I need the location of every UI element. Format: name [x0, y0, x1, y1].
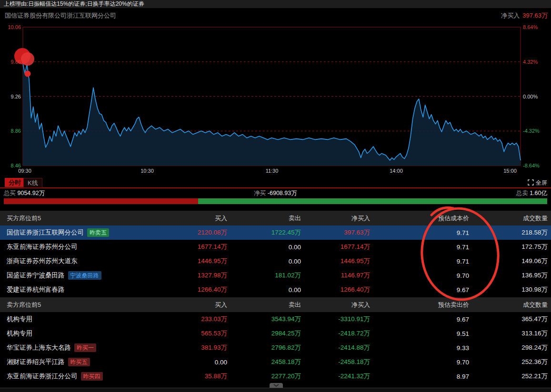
axis-tick-label: 11:30	[266, 168, 279, 174]
axis-tick-label: 0.00%	[523, 94, 538, 99]
net-buy-label: 净买入	[501, 12, 520, 19]
est-value: 9.71	[370, 258, 469, 265]
net-flow: 净买 -6908.93万	[254, 190, 297, 197]
table-row[interactable]: 机构专用565.53万2984.25万-2418.72万9.51313.16万	[0, 326, 551, 341]
seat-name: 湘财证券绍兴平江路	[7, 358, 65, 366]
sell-value: 2984.25万	[227, 329, 301, 338]
axis-tick-label: 09:30	[18, 168, 31, 174]
seat-name: 机构专用	[7, 315, 32, 323]
table-title: 买方席位前5	[0, 214, 164, 223]
buy-value: 381.93万	[164, 343, 227, 352]
est-value: 8.97	[370, 373, 469, 380]
sell-value: 0.00	[227, 244, 301, 251]
axis-tick-label: 14:00	[390, 168, 403, 174]
est-value: 9.71	[370, 229, 469, 236]
buy-value: 1446.95万	[164, 257, 227, 265]
table-row[interactable]: 爱建证券杭州富春路1266.40万0.001266.40万9.67130.98万	[0, 283, 551, 297]
listing-reason-bar: 上榜理由:日振幅值达15%的证券;日换手率达20%的证券	[0, 0, 551, 8]
total-buy: 总买 9054.92万	[4, 190, 45, 197]
annotation-dot-small	[25, 71, 31, 77]
vol-value: 149.06万	[469, 257, 551, 265]
axis-tick-label: 15:00	[503, 168, 517, 174]
axis-tick-label: 9.66	[11, 59, 21, 65]
sell-value: 0.00	[227, 286, 301, 294]
seat-badge: 昨买五	[68, 358, 90, 366]
seat-name: 机构专用	[7, 329, 32, 338]
net-value: 1146.97万	[301, 271, 370, 280]
table-row[interactable]: 国盛证券宁波桑田路宁波桑田路1327.98万181.02万1146.97万9.7…	[0, 268, 551, 283]
table-row[interactable]: 国信证券浙江互联网分公司昨卖五2120.08万1722.45万397.63万9.…	[0, 225, 551, 240]
axis-tick-label: 9.26	[11, 94, 21, 99]
table-row[interactable]: 东亚前海证券苏州分公司1677.14万0.001677.14万9.71172.7…	[0, 240, 551, 254]
vol-value: 313.16万	[469, 329, 551, 338]
seller-seats-table: 卖方席位前5买入卖出净买入预估卖出价成交数量机构专用233.03万3543.94…	[0, 297, 551, 383]
table-row[interactable]: 华宝证券上海东大名路昨买一381.93万2796.82万-2414.88万9.3…	[0, 341, 551, 355]
table-row[interactable]: 湘财证券绍兴平江路昨买五0.002458.18万-2458.18万9.70252…	[0, 355, 551, 369]
est-value: 9.70	[370, 272, 469, 279]
column-header: 成交数量	[469, 301, 551, 309]
net-value: -3310.91万	[301, 315, 370, 323]
vol-value: 252.36万	[469, 358, 551, 366]
est-value: 9.33	[370, 344, 469, 352]
vol-value: 172.75万	[469, 243, 551, 251]
intraday-chart: 10.069.669.268.868.46 8.64%4.32%0.00%-4.…	[0, 23, 551, 177]
fullscreen-button[interactable]: 全屏	[528, 178, 547, 187]
seat-name: 浙商证券苏州苏州大道东	[7, 257, 78, 265]
est-value: 9.71	[370, 244, 469, 251]
total-sell: 总卖 1.60亿	[516, 190, 547, 197]
vol-value: 298.24万	[469, 343, 551, 352]
sell-value: 0.00	[227, 258, 301, 265]
column-header: 买入	[164, 214, 227, 223]
bottom-strip	[0, 388, 551, 392]
table-row[interactable]: 浙商证券苏州苏州大道东1446.95万0.001446.95万9.71149.0…	[0, 254, 551, 268]
column-header: 预估成本价	[370, 214, 469, 223]
sell-value: 2277.20万	[227, 372, 301, 381]
column-header: 卖出	[227, 301, 301, 309]
seat-name: 华宝证券上海东大名路	[7, 343, 71, 352]
net-value: -2458.18万	[301, 358, 370, 366]
intraday-chart-canvas	[0, 23, 551, 177]
seat-badge: 昨买一	[74, 343, 96, 352]
tab-fenshi[interactable]: 分时	[5, 178, 25, 187]
table-header: 卖方席位前5买入卖出净买入预估卖出价成交数量	[0, 297, 551, 312]
buy-value: 2120.08万	[164, 228, 227, 237]
chart-tabs-row: 分时 K线 全屏	[0, 177, 551, 188]
net-buy-summary: 净买入397.63万	[501, 8, 548, 23]
net-value: 397.63万	[301, 228, 370, 237]
column-header: 预估卖出价	[370, 301, 469, 309]
column-header: 净买入	[301, 301, 370, 309]
est-value: 9.67	[370, 316, 469, 323]
table-title: 卖方席位前5	[0, 301, 164, 309]
title-bar: 国信证券股份有限公司浙江互联网分公司 净买入397.63万	[0, 8, 551, 23]
seat-name: 东亚前海证券苏州分公司	[7, 243, 78, 251]
fullscreen-icon	[528, 179, 534, 186]
est-value: 9.67	[370, 286, 469, 294]
axis-tick-label: 4.32%	[523, 59, 538, 65]
table-row[interactable]: 东亚前海证券浙江分公司昨买四35.88万2277.20万-2241.32万8.9…	[0, 369, 551, 383]
buy-value: 1266.40万	[164, 285, 227, 294]
sell-value: 2796.82万	[227, 343, 301, 352]
vol-value: 218.58万	[469, 228, 551, 237]
seat-badge: 昨卖五	[87, 228, 109, 237]
net-buy-value: 397.63万	[522, 12, 548, 19]
seat-badge: 宁波桑田路	[68, 271, 101, 280]
axis-tick-label: 8.64%	[523, 24, 538, 30]
buy-ratio-segment	[4, 198, 198, 204]
vol-value: 365.47万	[469, 315, 551, 323]
collapse-handle[interactable]	[270, 383, 283, 388]
net-value: -2241.32万	[301, 372, 370, 381]
buy-sell-ratio-bar	[4, 198, 547, 204]
column-header: 卖出	[227, 214, 301, 223]
column-header: 买入	[164, 301, 227, 309]
table-row[interactable]: 机构专用233.03万3543.94万-3310.91万9.67365.47万	[0, 312, 551, 326]
table-header: 买方席位前5买入卖出净买入预估成本价成交数量	[0, 211, 551, 225]
net-value: 1677.14万	[301, 243, 370, 251]
seat-name: 国信证券浙江互联网分公司	[7, 228, 84, 237]
buy-value: 233.03万	[164, 315, 227, 323]
tab-kline[interactable]: K线	[23, 178, 42, 188]
sell-ratio-segment	[198, 198, 547, 204]
axis-tick-label: -4.32%	[523, 128, 540, 134]
axis-tick-label: 8.86	[11, 128, 21, 134]
est-value: 9.51	[370, 330, 469, 337]
money-flow-section: 总买 9054.92万 净买 -6908.93万 总卖 1.60亿	[0, 189, 551, 208]
